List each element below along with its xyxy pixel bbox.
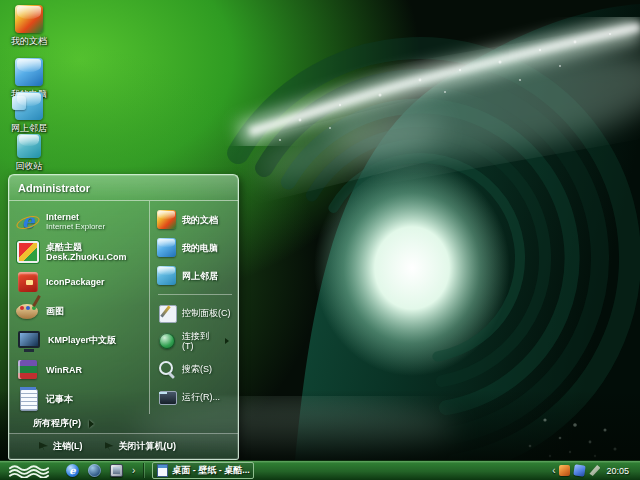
- notepad-icon: [20, 389, 38, 411]
- taskbar-divider: [143, 463, 144, 478]
- shut-down-button[interactable]: 关闭计算机(U): [105, 440, 177, 453]
- menu-item-label: 我的电脑: [182, 243, 218, 253]
- start-menu-left-column: e Internet Internet Explorer 桌酷主题Desk.Zh…: [9, 201, 149, 414]
- menu-item-kmplayer[interactable]: KMPlayer中文版: [13, 326, 147, 356]
- system-tray: ‹ 20:05: [552, 461, 635, 480]
- taskbar: e › 桌面 - 壁纸 - 桌酷... ‹ 20:05: [0, 460, 640, 480]
- menu-item-label: 记事本: [46, 394, 73, 404]
- wave-start-icon: [8, 464, 50, 478]
- menu-item-label: 我的文档: [182, 215, 218, 225]
- menu-item-winrar[interactable]: WinRAR: [13, 356, 147, 385]
- all-programs-label: 所有程序(P): [33, 417, 81, 430]
- recycle-bin-icon: [17, 134, 41, 158]
- zhuoku-theme-icon: [17, 241, 39, 263]
- quick-launch-expand-chevron-icon[interactable]: ›: [132, 461, 135, 480]
- shut-down-icon: [105, 442, 114, 451]
- menu-item-sublabel: Internet Explorer: [46, 222, 105, 231]
- kmplayer-icon: [17, 329, 41, 353]
- menu-item-iconpackager[interactable]: IconPackager: [13, 267, 147, 296]
- my-computer-icon: [15, 58, 43, 86]
- connect-to-icon: [159, 333, 175, 349]
- desktop-icon-label: 我的文档: [11, 35, 47, 48]
- menu-item-label: 画图: [46, 306, 64, 316]
- submenu-arrow-icon: [225, 338, 229, 344]
- control-panel-icon: [159, 305, 177, 323]
- network-places-icon: [157, 266, 176, 285]
- desktop-icon-network-places[interactable]: 网上邻居: [6, 92, 52, 135]
- menu-item-label: 搜索(S): [182, 364, 212, 374]
- log-off-icon: [39, 442, 48, 451]
- quick-launch-internet-explorer-icon[interactable]: e: [66, 464, 79, 477]
- menu-item-paint[interactable]: 画图: [13, 296, 147, 325]
- search-icon: [157, 359, 177, 379]
- iconpackager-icon: [18, 272, 38, 292]
- menu-separator: [158, 294, 232, 295]
- menu-item-connect-to[interactable]: 连接到(T): [154, 327, 236, 355]
- start-menu-body: e Internet Internet Explorer 桌酷主题Desk.Zh…: [9, 201, 238, 414]
- menu-item-label: KMPlayer中文版: [48, 335, 116, 345]
- start-menu-right-column: 我的文档 我的电脑 网上邻居 控制面板(C) 连接到(T): [149, 201, 238, 414]
- quick-launch-bar: e ›: [66, 461, 135, 480]
- network-places-icon: [15, 92, 43, 120]
- menu-item-zhuoku-theme[interactable]: 桌酷主题Desk.ZhuoKu.Com: [13, 238, 147, 267]
- menu-item-label: IconPackager: [46, 277, 105, 287]
- tray-blue-app-icon[interactable]: [574, 464, 586, 476]
- desktop-screen: 我的文档 我的电脑 网上邻居 回收站 Administrator e Inter…: [0, 0, 640, 480]
- paint-icon: [16, 304, 38, 319]
- menu-item-label: 桌酷主题Desk.ZhuoKu.Com: [46, 242, 144, 263]
- my-documents-icon: [15, 5, 43, 33]
- all-programs-arrow-icon: [89, 420, 94, 428]
- menu-item-label: 控制面板(C): [182, 308, 231, 318]
- internet-explorer-icon: e: [16, 209, 40, 233]
- run-icon: [159, 391, 177, 405]
- menu-item-network-places[interactable]: 网上邻居: [154, 262, 236, 290]
- menu-item-notepad[interactable]: 记事本: [13, 385, 147, 414]
- start-button[interactable]: [8, 464, 50, 478]
- my-computer-icon: [157, 238, 176, 257]
- menu-item-search[interactable]: 搜索(S): [154, 355, 236, 383]
- menu-item-label: WinRAR: [46, 365, 82, 375]
- tray-collapse-chevron-icon[interactable]: ‹: [552, 461, 555, 480]
- shut-down-label: 关闭计算机(U): [119, 440, 177, 453]
- start-menu-user-banner: Administrator: [9, 175, 238, 201]
- menu-item-my-documents[interactable]: 我的文档: [154, 206, 236, 234]
- menu-item-label: Internet: [46, 212, 105, 222]
- log-off-button[interactable]: 注销(L): [39, 440, 83, 453]
- menu-item-run[interactable]: 运行(R)...: [154, 383, 236, 411]
- menu-item-label: 网上邻居: [182, 271, 218, 281]
- all-programs-button[interactable]: 所有程序(P): [9, 414, 238, 433]
- log-off-label: 注销(L): [53, 440, 83, 453]
- my-documents-icon: [157, 210, 176, 229]
- menu-item-label: 运行(R)...: [182, 392, 220, 402]
- desktop-icon-recycle-bin[interactable]: 回收站: [6, 134, 52, 173]
- menu-item-label: 连接到(T): [182, 331, 220, 352]
- start-menu-footer: 注销(L) 关闭计算机(U): [9, 433, 238, 459]
- menu-item-internet-explorer[interactable]: e Internet Internet Explorer: [13, 205, 147, 238]
- winrar-icon: [18, 360, 37, 379]
- menu-item-control-panel[interactable]: 控制面板(C): [154, 299, 236, 327]
- quick-launch-show-desktop-icon[interactable]: [110, 464, 123, 477]
- start-menu: Administrator e Internet Internet Explor…: [8, 174, 239, 460]
- webpage-icon: [157, 464, 168, 477]
- taskbar-window-button[interactable]: 桌面 - 壁纸 - 桌酷...: [152, 462, 254, 479]
- desktop-icon-my-documents[interactable]: 我的文档: [6, 5, 52, 48]
- taskbar-window-label: 桌面 - 壁纸 - 桌酷...: [172, 464, 250, 477]
- tray-orange-app-icon[interactable]: [559, 465, 570, 476]
- taskbar-clock: 20:05: [606, 466, 629, 476]
- tray-pen-app-icon[interactable]: [589, 465, 600, 476]
- quick-launch-globe-icon[interactable]: [88, 464, 101, 477]
- desktop-icon-label: 回收站: [16, 160, 43, 173]
- menu-item-my-computer[interactable]: 我的电脑: [154, 234, 236, 262]
- user-name: Administrator: [18, 182, 90, 194]
